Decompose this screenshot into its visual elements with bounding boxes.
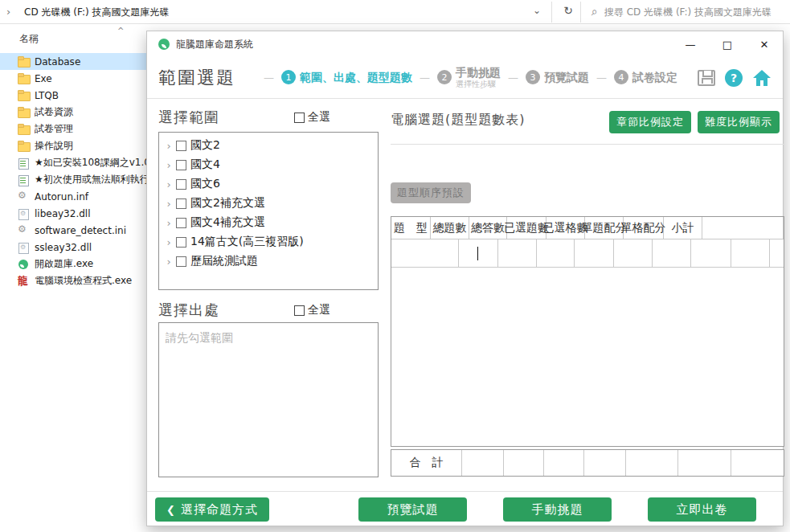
breadcrumb[interactable]: CD 光碟機 (F:) 技高國文題庫光碟	[24, 6, 169, 19]
order-preset-badge[interactable]: 題型順序預設	[391, 182, 471, 203]
expand-chevron-icon[interactable]	[163, 159, 174, 171]
search-box[interactable]: ⌕	[583, 0, 790, 23]
source-list-box[interactable]: 請先勾選範圍	[158, 322, 379, 477]
checkbox-icon[interactable]	[294, 305, 305, 316]
step-number-badge: 4	[614, 70, 628, 84]
table-header-cell	[702, 217, 784, 239]
expand-chevron-icon[interactable]	[163, 178, 174, 190]
refresh-icon[interactable]: ↻	[558, 4, 579, 17]
file-row[interactable]: LTQB	[0, 87, 146, 104]
file-row[interactable]: ★初次使用或無法順利執行	[0, 171, 146, 188]
file-name: 操作說明	[35, 139, 73, 153]
table-cell[interactable]	[770, 239, 784, 267]
checkbox-icon[interactable]	[176, 141, 186, 151]
help-icon[interactable]: ?	[725, 69, 743, 87]
table-cell[interactable]	[537, 239, 575, 267]
file-row[interactable]: 電腦環境檢查程式.exe	[0, 272, 146, 289]
file-icon	[18, 225, 30, 236]
preview-questions-button[interactable]: 預覽試題	[358, 497, 467, 522]
file-row[interactable]: libeay32.dll	[0, 205, 146, 222]
table-cell[interactable]	[731, 239, 770, 267]
file-row[interactable]: ssleay32.dll	[0, 239, 146, 256]
totals-cell	[544, 450, 584, 476]
sort-caret-icon[interactable]: ^	[117, 27, 124, 35]
file-row[interactable]: 開啟題庫.exe	[0, 256, 146, 272]
tree-item[interactable]: 國文2補充文選	[159, 194, 378, 213]
explorer-address-bar: › CD 光碟機 (F:) 技高國文題庫光碟 ⌄ ↻ ⌕	[0, 0, 790, 24]
window-titlebar[interactable]: 龍騰題庫命題系統 — □ ✕	[147, 31, 783, 57]
checkbox-icon[interactable]	[176, 179, 186, 190]
file-name: software_detect.ini	[35, 225, 126, 236]
file-row[interactable]: 試卷資源	[0, 104, 146, 121]
checkbox-icon[interactable]	[176, 160, 186, 170]
search-icon: ⌕	[591, 5, 598, 18]
select-all-label: 全選	[308, 303, 330, 317]
tree-item[interactable]: 國文6	[159, 174, 378, 194]
window-title: 龍騰題庫命題系統	[176, 38, 253, 51]
file-row[interactable]: Exe	[0, 70, 146, 87]
tree-item-label: 國文6	[190, 177, 220, 191]
expand-chevron-icon[interactable]	[163, 140, 174, 152]
file-name: ★如已安裝108課綱之v1.0	[35, 156, 146, 170]
address-dropdown-icon[interactable]: ⌄	[526, 5, 547, 16]
table-cell[interactable]	[653, 239, 691, 267]
table-cell[interactable]	[498, 239, 537, 267]
file-row[interactable]: ★如已安裝108課綱之v1.0	[0, 154, 146, 171]
checkbox-icon[interactable]	[176, 198, 186, 209]
breadcrumb-chevron-icon[interactable]: ›	[6, 6, 10, 18]
computer-selection-title: 電腦選題(題型題數表)	[391, 112, 525, 129]
totals-cell	[731, 450, 784, 476]
file-row[interactable]: software_detect.ini	[0, 222, 146, 239]
expand-chevron-icon[interactable]	[163, 217, 174, 229]
file-icon	[18, 191, 30, 203]
range-select-all[interactable]: 全選	[294, 110, 330, 125]
close-button[interactable]: ✕	[746, 31, 783, 57]
file-row[interactable]: Database	[0, 53, 146, 70]
difficulty-ratio-button[interactable]: 難度比例顯示	[698, 111, 780, 133]
name-column-header[interactable]: 名稱	[19, 32, 39, 46]
select-all-label: 全選	[308, 110, 330, 125]
tree-item[interactable]: 國文2	[159, 136, 378, 155]
checkbox-icon[interactable]	[176, 237, 186, 248]
expand-chevron-icon[interactable]	[163, 236, 174, 248]
checkbox-icon[interactable]	[176, 256, 186, 267]
wizard-step[interactable]: 4 試卷設定	[589, 70, 677, 84]
save-icon[interactable]	[698, 70, 715, 86]
tree-item[interactable]: 國文4補充文選	[159, 213, 378, 232]
wizard-step[interactable]: 2 手動挑題 選擇性步驟	[412, 67, 501, 88]
wizard-step[interactable]: 3 預覽試題	[501, 70, 589, 84]
table-cell[interactable]	[391, 239, 459, 267]
generate-paper-button[interactable]: 立即出卷	[648, 497, 756, 522]
source-select-all[interactable]: 全選	[294, 303, 330, 317]
file-icon	[18, 73, 30, 84]
table-cell[interactable]	[614, 239, 653, 267]
table-header-row: 題 型總題數總答數已選題數已選格數單題配分單格配分小計	[391, 217, 784, 239]
minimize-button[interactable]: —	[672, 31, 709, 57]
wizard-step[interactable]: 1 範圍、出處、題型題數	[256, 70, 412, 84]
manual-pick-button[interactable]: 手動挑題	[503, 497, 612, 522]
checkbox-icon[interactable]	[176, 218, 186, 228]
expand-chevron-icon[interactable]	[163, 256, 174, 268]
tree-item[interactable]: 歷屆統測試題	[159, 252, 378, 271]
table-cell-editing[interactable]	[459, 239, 498, 267]
chapter-ratio-button[interactable]: 章節比例設定	[609, 111, 691, 133]
maximize-button[interactable]: □	[709, 31, 746, 57]
file-name: Exe	[35, 73, 52, 84]
file-row[interactable]: Autorun.inf	[0, 188, 146, 205]
step-label: 試卷設定	[632, 72, 677, 84]
file-row[interactable]: 試卷管理	[0, 121, 146, 137]
file-row[interactable]: 操作說明	[0, 137, 146, 154]
file-icon	[18, 107, 30, 118]
tree-item[interactable]: 國文4	[159, 155, 378, 174]
expand-chevron-icon[interactable]	[163, 198, 174, 210]
file-icon	[18, 174, 30, 186]
tree-item[interactable]: 14篇古文(高三複習版)	[159, 232, 378, 252]
table-cell[interactable]	[691, 239, 731, 267]
search-input[interactable]	[604, 6, 790, 18]
home-icon[interactable]	[752, 69, 772, 87]
source-placeholder-text: 請先勾選範圍	[166, 331, 233, 344]
back-button-label: 選擇命題方式	[181, 502, 258, 518]
checkbox-icon[interactable]	[294, 113, 305, 123]
back-to-mode-button[interactable]: ❮ 選擇命題方式	[155, 497, 269, 522]
table-cell[interactable]	[575, 239, 614, 267]
